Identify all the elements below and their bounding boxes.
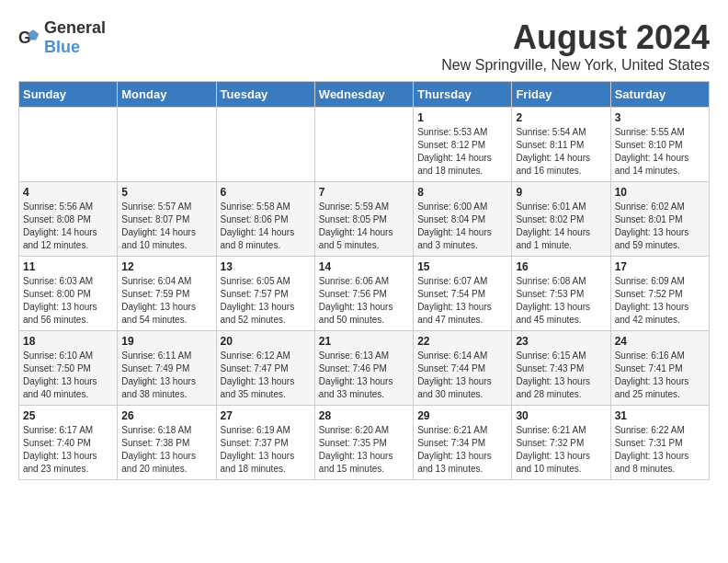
calendar-cell — [118, 108, 216, 182]
calendar-cell: 5Sunrise: 5:57 AMSunset: 8:07 PMDaylight… — [118, 182, 216, 257]
calendar-cell: 16Sunrise: 6:08 AMSunset: 7:53 PMDayligh… — [512, 257, 610, 331]
title-area: August 2024 New Springville, New York, U… — [441, 18, 710, 74]
header: G General Blue August 2024 New Springvil… — [18, 18, 710, 74]
calendar-cell: 26Sunrise: 6:18 AMSunset: 7:38 PMDayligh… — [118, 406, 216, 480]
cell-sun-info: Sunrise: 6:21 AMSunset: 7:32 PMDaylight:… — [516, 424, 606, 476]
calendar-cell: 10Sunrise: 6:02 AMSunset: 8:01 PMDayligh… — [610, 182, 709, 257]
calendar-cell: 20Sunrise: 6:12 AMSunset: 7:47 PMDayligh… — [216, 331, 314, 406]
cell-sun-info: Sunrise: 6:18 AMSunset: 7:38 PMDaylight:… — [121, 424, 211, 476]
cell-sun-info: Sunrise: 6:10 AMSunset: 7:50 PMDaylight:… — [23, 350, 113, 401]
cell-sun-info: Sunrise: 6:19 AMSunset: 7:37 PMDaylight:… — [221, 424, 311, 476]
cell-sun-info: Sunrise: 5:57 AMSunset: 8:07 PMDaylight:… — [121, 201, 211, 252]
calendar-week-row: 11Sunrise: 6:03 AMSunset: 8:00 PMDayligh… — [19, 257, 710, 331]
cell-sun-info: Sunrise: 6:11 AMSunset: 7:49 PMDaylight:… — [121, 350, 211, 401]
cell-date-number: 14 — [319, 260, 409, 273]
calendar-cell: 18Sunrise: 6:10 AMSunset: 7:50 PMDayligh… — [19, 331, 118, 406]
cell-sun-info: Sunrise: 6:08 AMSunset: 7:53 PMDaylight:… — [516, 275, 606, 327]
logo: G General Blue — [18, 18, 106, 57]
calendar-cell — [314, 108, 413, 182]
cell-date-number: 9 — [516, 186, 606, 199]
cell-sun-info: Sunrise: 5:53 AMSunset: 8:12 PMDaylight:… — [417, 126, 507, 178]
calendar-week-row: 25Sunrise: 6:17 AMSunset: 7:40 PMDayligh… — [19, 406, 710, 480]
cell-sun-info: Sunrise: 6:01 AMSunset: 8:02 PMDaylight:… — [516, 201, 606, 252]
cell-sun-info: Sunrise: 6:14 AMSunset: 7:44 PMDaylight:… — [417, 350, 507, 401]
calendar-cell: 22Sunrise: 6:14 AMSunset: 7:44 PMDayligh… — [414, 331, 512, 406]
weekday-header: Tuesday — [216, 82, 314, 108]
cell-sun-info: Sunrise: 6:09 AMSunset: 7:52 PMDaylight:… — [615, 275, 705, 327]
weekday-header: Friday — [512, 82, 610, 108]
calendar-cell: 27Sunrise: 6:19 AMSunset: 7:37 PMDayligh… — [216, 406, 314, 480]
calendar-cell: 9Sunrise: 6:01 AMSunset: 8:02 PMDaylight… — [512, 182, 610, 257]
cell-date-number: 7 — [319, 186, 409, 199]
calendar-cell: 23Sunrise: 6:15 AMSunset: 7:43 PMDayligh… — [512, 331, 610, 406]
calendar-cell: 6Sunrise: 5:58 AMSunset: 8:06 PMDaylight… — [216, 182, 314, 257]
cell-sun-info: Sunrise: 6:07 AMSunset: 7:54 PMDaylight:… — [417, 275, 507, 327]
calendar-cell: 21Sunrise: 6:13 AMSunset: 7:46 PMDayligh… — [314, 331, 413, 406]
calendar-cell: 14Sunrise: 6:06 AMSunset: 7:56 PMDayligh… — [314, 257, 413, 331]
cell-sun-info: Sunrise: 6:04 AMSunset: 7:59 PMDaylight:… — [121, 275, 211, 327]
logo-icon: G — [18, 27, 40, 49]
cell-date-number: 15 — [417, 260, 507, 273]
cell-sun-info: Sunrise: 5:55 AMSunset: 8:10 PMDaylight:… — [615, 126, 705, 178]
cell-date-number: 31 — [615, 409, 705, 422]
cell-sun-info: Sunrise: 5:58 AMSunset: 8:06 PMDaylight:… — [221, 201, 311, 252]
calendar-cell: 4Sunrise: 5:56 AMSunset: 8:08 PMDaylight… — [19, 182, 118, 257]
calendar-cell — [19, 108, 118, 182]
calendar-cell: 13Sunrise: 6:05 AMSunset: 7:57 PMDayligh… — [216, 257, 314, 331]
cell-date-number: 12 — [121, 260, 211, 273]
cell-date-number: 30 — [516, 409, 606, 422]
weekday-header: Saturday — [610, 82, 709, 108]
cell-date-number: 17 — [615, 260, 705, 273]
calendar-cell: 8Sunrise: 6:00 AMSunset: 8:04 PMDaylight… — [414, 182, 512, 257]
cell-date-number: 18 — [23, 335, 113, 348]
calendar-cell: 25Sunrise: 6:17 AMSunset: 7:40 PMDayligh… — [19, 406, 118, 480]
calendar-cell — [216, 108, 314, 182]
logo-text: General Blue — [44, 18, 106, 57]
calendar-cell: 12Sunrise: 6:04 AMSunset: 7:59 PMDayligh… — [118, 257, 216, 331]
cell-date-number: 27 — [221, 409, 311, 422]
calendar-cell: 29Sunrise: 6:21 AMSunset: 7:34 PMDayligh… — [414, 406, 512, 480]
cell-date-number: 5 — [121, 186, 211, 199]
cell-date-number: 8 — [417, 186, 507, 199]
cell-date-number: 20 — [221, 335, 311, 348]
logo-blue: Blue — [44, 38, 80, 56]
cell-sun-info: Sunrise: 5:59 AMSunset: 8:05 PMDaylight:… — [319, 201, 409, 252]
cell-date-number: 10 — [615, 186, 705, 199]
cell-date-number: 28 — [319, 409, 409, 422]
cell-date-number: 29 — [417, 409, 507, 422]
calendar-cell: 19Sunrise: 6:11 AMSunset: 7:49 PMDayligh… — [118, 331, 216, 406]
cell-sun-info: Sunrise: 6:02 AMSunset: 8:01 PMDaylight:… — [615, 201, 705, 252]
calendar-cell: 1Sunrise: 5:53 AMSunset: 8:12 PMDaylight… — [414, 108, 512, 182]
cell-sun-info: Sunrise: 6:21 AMSunset: 7:34 PMDaylight:… — [417, 424, 507, 476]
calendar-cell: 30Sunrise: 6:21 AMSunset: 7:32 PMDayligh… — [512, 406, 610, 480]
cell-sun-info: Sunrise: 5:56 AMSunset: 8:08 PMDaylight:… — [23, 201, 113, 252]
cell-sun-info: Sunrise: 5:54 AMSunset: 8:11 PMDaylight:… — [516, 126, 606, 178]
calendar-cell: 7Sunrise: 5:59 AMSunset: 8:05 PMDaylight… — [314, 182, 413, 257]
cell-sun-info: Sunrise: 6:13 AMSunset: 7:46 PMDaylight:… — [319, 350, 409, 401]
calendar-cell: 3Sunrise: 5:55 AMSunset: 8:10 PMDaylight… — [610, 108, 709, 182]
cell-date-number: 25 — [23, 409, 113, 422]
cell-date-number: 26 — [121, 409, 211, 422]
calendar-cell: 31Sunrise: 6:22 AMSunset: 7:31 PMDayligh… — [610, 406, 709, 480]
calendar-cell: 17Sunrise: 6:09 AMSunset: 7:52 PMDayligh… — [610, 257, 709, 331]
cell-sun-info: Sunrise: 6:05 AMSunset: 7:57 PMDaylight:… — [221, 275, 311, 327]
cell-date-number: 22 — [417, 335, 507, 348]
calendar-cell: 2Sunrise: 5:54 AMSunset: 8:11 PMDaylight… — [512, 108, 610, 182]
calendar-week-row: 18Sunrise: 6:10 AMSunset: 7:50 PMDayligh… — [19, 331, 710, 406]
cell-sun-info: Sunrise: 6:00 AMSunset: 8:04 PMDaylight:… — [417, 201, 507, 252]
cell-sun-info: Sunrise: 6:06 AMSunset: 7:56 PMDaylight:… — [319, 275, 409, 327]
calendar-table: SundayMondayTuesdayWednesdayThursdayFrid… — [18, 81, 710, 480]
cell-date-number: 6 — [221, 186, 311, 199]
cell-sun-info: Sunrise: 6:16 AMSunset: 7:41 PMDaylight:… — [615, 350, 705, 401]
calendar-cell: 28Sunrise: 6:20 AMSunset: 7:35 PMDayligh… — [314, 406, 413, 480]
weekday-header: Wednesday — [314, 82, 413, 108]
calendar-cell: 24Sunrise: 6:16 AMSunset: 7:41 PMDayligh… — [610, 331, 709, 406]
cell-date-number: 2 — [516, 111, 606, 124]
weekday-header: Monday — [118, 82, 216, 108]
cell-date-number: 19 — [121, 335, 211, 348]
cell-date-number: 24 — [615, 335, 705, 348]
cell-sun-info: Sunrise: 6:03 AMSunset: 8:00 PMDaylight:… — [23, 275, 113, 327]
weekday-header: Sunday — [19, 82, 118, 108]
location-title: New Springville, New York, United States — [441, 57, 710, 74]
cell-date-number: 21 — [319, 335, 409, 348]
